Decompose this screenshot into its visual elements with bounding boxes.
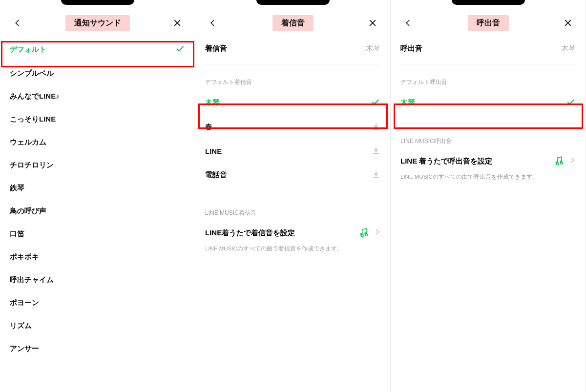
back-button[interactable] [9, 14, 26, 32]
device-notch [256, 0, 330, 5]
page-title: 通知サウンド [65, 15, 130, 31]
sound-label: デフォルト [10, 45, 46, 54]
svg-point-15 [560, 161, 562, 163]
sound-label: 口笛 [10, 229, 24, 239]
sound-label: ポキポキ [10, 252, 39, 262]
section-default-ringback: デフォルト呼出音 [391, 68, 586, 90]
download-icon[interactable] [372, 122, 380, 132]
current-ringback-row: 呼出音 木琴 [391, 37, 586, 60]
download-icon[interactable] [372, 146, 380, 156]
line-music-title: LINE 着うたで呼出音を設定 [400, 157, 549, 166]
summary-value: 木琴 [561, 44, 576, 53]
check-icon [371, 97, 380, 108]
ringtone-item[interactable]: LINE [195, 139, 390, 163]
sound-item[interactable]: 鉄琴 [0, 177, 195, 200]
line-music-ringback-row[interactable]: LINE 着うたで呼出音を設定 [391, 149, 586, 173]
section-default-ringtone: デフォルト着信音 [195, 68, 390, 90]
divider [400, 64, 576, 64]
sound-label: みんなでLINE♪ [10, 92, 60, 101]
sound-list: デフォルト シンプルベル みんなでLINE♪ こっそりLINE ウェルカム チロ… [0, 37, 195, 392]
sound-item[interactable]: アンサー [0, 337, 195, 360]
sound-item[interactable]: ウェルカム [0, 131, 195, 154]
chevron-right-icon [374, 228, 380, 237]
page-title: 呼出音 [468, 15, 509, 31]
pane-notification-sound: 通知サウンド デフォルト シンプルベル みんなでLINE♪ こっそりLINE ウ… [0, 0, 195, 392]
device-notch [452, 0, 525, 5]
sound-item[interactable]: ポキポキ [0, 246, 195, 268]
ringback-item[interactable]: 木琴 [391, 90, 586, 115]
device-notch [61, 0, 134, 5]
current-ringtone-row: 着信音 木琴 [195, 37, 390, 60]
ringtone-label: 電話音 [205, 170, 227, 180]
sound-label: ポヨーン [10, 298, 39, 308]
pane-ringback-tone: 呼出音 呼出音 木琴 デフォルト呼出音 木琴 LINE MUSIC呼出音 LIN… [391, 0, 586, 392]
header: 着信音 [195, 0, 390, 37]
svg-point-10 [360, 233, 362, 235]
sound-item[interactable]: 鳥の呼び声 [0, 200, 195, 223]
sound-item[interactable]: 口笛 [0, 223, 195, 246]
sound-label: チロチロリン [10, 161, 54, 170]
divider [205, 64, 380, 64]
page-title: 着信音 [272, 15, 314, 31]
sound-label: 呼出チャイム [10, 275, 54, 285]
divider [400, 123, 576, 124]
ringtone-label: LINE [205, 147, 222, 155]
header: 呼出音 [391, 0, 586, 37]
ringtone-content: 着信音 木琴 デフォルト着信音 木琴 春 LINE 電話音 LINE MUSIC… [195, 37, 390, 392]
ringback-label: 木琴 [400, 98, 415, 107]
sound-label: 鉄琴 [10, 184, 24, 193]
line-music-desc: LINE MUSICのすべての由で呼出音を作成できます。 [391, 173, 586, 189]
sound-item[interactable]: 呼出チャイム [0, 268, 195, 291]
check-icon [566, 97, 576, 108]
sound-item[interactable]: みんなでLINE♪ [0, 85, 195, 108]
sound-label: ウェルカム [10, 138, 46, 147]
header: 通知サウンド [0, 0, 195, 37]
ringtone-label: 木琴 [205, 98, 220, 107]
summary-label: 呼出音 [400, 44, 422, 53]
ringback-content: 呼出音 木琴 デフォルト呼出音 木琴 LINE MUSIC呼出音 LINE 着う… [391, 37, 586, 392]
music-note-icon [359, 227, 369, 239]
line-music-desc: LINE MUSICのすべての曲で着信音を作成できます。 [195, 245, 390, 261]
ringtone-item[interactable]: 電話音 [195, 163, 390, 187]
close-button[interactable] [559, 14, 577, 32]
line-music-title: LINE着うたで着信音を設定 [205, 228, 354, 238]
download-icon[interactable] [372, 170, 380, 180]
sound-item[interactable]: ポヨーン [0, 291, 195, 314]
section-line-music-ringback: LINE MUSIC呼出音 [391, 127, 586, 149]
music-note-icon [554, 155, 564, 167]
sound-item[interactable]: リズム [0, 314, 195, 337]
sound-label: リズム [10, 321, 32, 330]
sound-item[interactable]: こっそりLINE [0, 108, 195, 131]
svg-point-14 [556, 162, 558, 164]
ringtone-label: 春 [205, 123, 212, 132]
sound-label: こっそりLINE [10, 115, 56, 124]
sound-item-default[interactable]: デフォルト [0, 37, 195, 62]
summary-value: 木琴 [366, 44, 380, 53]
line-music-ringtone-row[interactable]: LINE着うたで着信音を設定 [195, 221, 390, 245]
ringtone-item[interactable]: 木琴 [195, 90, 390, 115]
sound-label: アンサー [10, 344, 39, 353]
close-button[interactable] [168, 14, 186, 32]
svg-point-11 [364, 232, 366, 234]
back-button[interactable] [204, 14, 222, 32]
sound-label: 鳥の呼び声 [10, 206, 46, 216]
sound-label: シンプルベル [10, 69, 54, 78]
pane-ringtone: 着信音 着信音 木琴 デフォルト着信音 木琴 春 LINE 電話音 LINE M… [195, 0, 391, 392]
ringtone-item[interactable]: 春 [195, 115, 390, 139]
divider [205, 195, 380, 195]
section-line-music-ringtone: LINE MUSIC着信音 [195, 199, 390, 221]
check-icon [175, 44, 185, 55]
summary-label: 着信音 [205, 44, 227, 53]
sound-item[interactable]: シンプルベル [0, 62, 195, 85]
close-button[interactable] [364, 14, 381, 32]
sound-item[interactable]: チロチロリン [0, 154, 195, 177]
back-button[interactable] [399, 14, 417, 32]
chevron-right-icon [569, 157, 576, 165]
